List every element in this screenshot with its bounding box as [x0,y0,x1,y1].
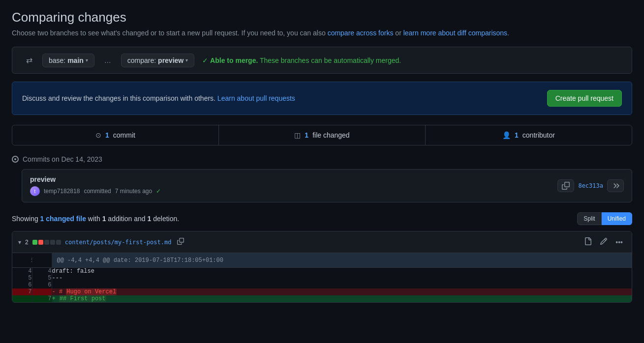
hunk-header-text: @@ -4,4 +4,4 @@ date: 2019-07-18T17:18:0… [52,253,632,268]
view-file-button[interactable] [581,235,595,249]
line-num-right: 7 [32,295,52,302]
split-view-button[interactable]: Split [577,212,601,225]
contributor-icon: 👤 [502,131,511,139]
banner-text: Discuss and review the changes in this c… [22,94,295,102]
file-diff-header-left: ▾ 2 content/posts/my-first-post.md [18,237,186,247]
line-num-right: 4 [32,268,52,275]
commit-author: temp7182818 [44,188,80,195]
more-options-button[interactable]: ••• [613,236,626,248]
line-num-right [32,288,52,295]
table-row: 7 + ## First post [12,295,632,302]
unified-view-button[interactable]: Unified [602,212,632,225]
merge-check-icon: ✓ [202,57,208,64]
file-label: file changed [312,131,350,139]
compare-forks-link[interactable]: compare across forks [328,29,394,37]
table-row: 6 6 [12,282,632,288]
diff-summary-header: Showing 1 changed file with 1 addition a… [12,212,632,225]
commit-status-check-icon: ✓ [156,188,161,195]
file-diff-container: ▾ 2 content/posts/my-first-post.md ••• [12,231,632,303]
page-subtitle: Choose two branches to see what's change… [12,29,632,37]
commits-stat[interactable]: ⊙ 1 commit [12,125,219,145]
table-row: 4 4 draft: false [12,268,632,275]
copy-hash-button[interactable] [557,179,574,192]
commit-action: committed [84,188,111,195]
learn-pull-requests-link[interactable]: Learn about pull requests [217,94,295,102]
page-title: Comparing changes [12,10,632,25]
create-pull-request-button[interactable]: Create pull request [547,90,622,107]
file-icon: ◫ [294,131,301,139]
contributor-label: contributor [522,131,555,139]
dots-button[interactable]: … [98,54,117,67]
view-toggle: Split Unified [577,212,632,225]
line-num-left [12,295,32,302]
file-path[interactable]: content/posts/my-first-post.md [65,239,172,246]
commits-date-label: Commits on Dec 14, 2023 [23,155,102,163]
expand-hunk-button[interactable]: ⋮ [17,255,47,265]
diff-table: ⋮ @@ -4,4 +4,4 @@ date: 2019-07-18T17:18… [12,253,632,302]
file-diff-header-right: ••• [581,235,626,249]
info-banner: Discuss and review the changes in this c… [12,82,632,115]
table-row: 5 5 --- [12,275,632,282]
commit-hash[interactable]: 8ec313a [578,182,603,189]
deleted-pill [38,240,43,245]
file-diff-header: ▾ 2 content/posts/my-first-post.md ••• [12,231,632,253]
merge-status: ✓ Able to merge. These branches can be a… [202,57,401,64]
compare-branch-caret: ▾ [185,57,188,63]
line-num-left: 5 [12,275,32,282]
base-branch-caret: ▾ [86,57,88,63]
diff-line-content: --- [52,275,632,282]
commit-count: 1 [105,131,109,139]
browse-repo-button[interactable] [607,179,624,192]
commit-title[interactable]: preview [30,175,161,183]
commit-label: commit [113,131,135,139]
avatar: t [30,186,40,196]
able-to-merge-text: Able to merge. [210,57,258,64]
open-in-editor-button[interactable] [597,235,611,249]
commit-meta: t temp7182818 committed 7 minutes ago ✓ [30,186,161,196]
diff-line-content: draft: false [52,268,632,275]
neutral-pill-2 [50,240,55,245]
line-num-right: 6 [32,282,52,288]
commit-actions: 8ec313a [557,179,624,192]
removed-highlight: Hugo on Vercel [66,288,117,295]
merge-detail-text: These branches can be automatically merg… [260,57,401,64]
copy-path-button[interactable] [175,237,186,247]
file-collapse-chevron[interactable]: ▾ [18,239,21,246]
line-num-left: 7 [12,288,32,295]
line-num-left: 4 [12,268,32,275]
neutral-pill-3 [56,240,61,245]
contributors-stat[interactable]: 👤 1 contributor [426,125,632,145]
diff-line-content: - # Hugo on Vercel [52,288,632,295]
swap-branches-button[interactable]: ⇄ [20,53,38,67]
branch-selector-bar: ⇄ base: main ▾ … compare: preview ▾ ✓ Ab… [12,47,632,74]
compare-branch-selector[interactable]: compare: preview ▾ [121,54,194,67]
stats-bar: ⊙ 1 commit ◫ 1 file changed 👤 1 contribu… [12,125,632,145]
commits-date-header: Commits on Dec 14, 2023 [12,155,632,163]
diff-line-content: + ## First post [52,295,632,302]
diff-line-content [52,282,632,288]
commit-dot-icon [12,156,19,163]
hunk-header-row: ⋮ @@ -4,4 +4,4 @@ date: 2019-07-18T17:18… [12,253,632,268]
table-row: 7 - # Hugo on Vercel [12,288,632,295]
hunk-expand[interactable]: ⋮ [12,253,52,268]
file-count: 1 [305,131,308,139]
learn-diff-link[interactable]: learn more about diff comparisons [403,29,507,37]
diff-stat-number: 2 [25,239,29,246]
diff-stat-pills [32,240,61,245]
base-branch-selector[interactable]: base: main ▾ [42,54,94,67]
contributor-count: 1 [515,131,519,139]
diff-summary-text: Showing 1 changed file with 1 addition a… [12,215,179,223]
added-highlight: ## First post [59,295,106,302]
commit-time: 7 minutes ago [115,188,152,195]
commit-card: preview t temp7182818 committed 7 minute… [22,169,632,202]
line-num-left: 6 [12,282,32,288]
files-stat[interactable]: ◫ 1 file changed [219,125,426,145]
line-num-right: 5 [32,275,52,282]
commit-info: preview t temp7182818 committed 7 minute… [30,175,161,196]
commit-icon: ⊙ [95,131,101,139]
neutral-pill-1 [44,240,49,245]
added-pill [32,240,37,245]
changed-file-link[interactable]: 1 changed file [40,215,86,223]
